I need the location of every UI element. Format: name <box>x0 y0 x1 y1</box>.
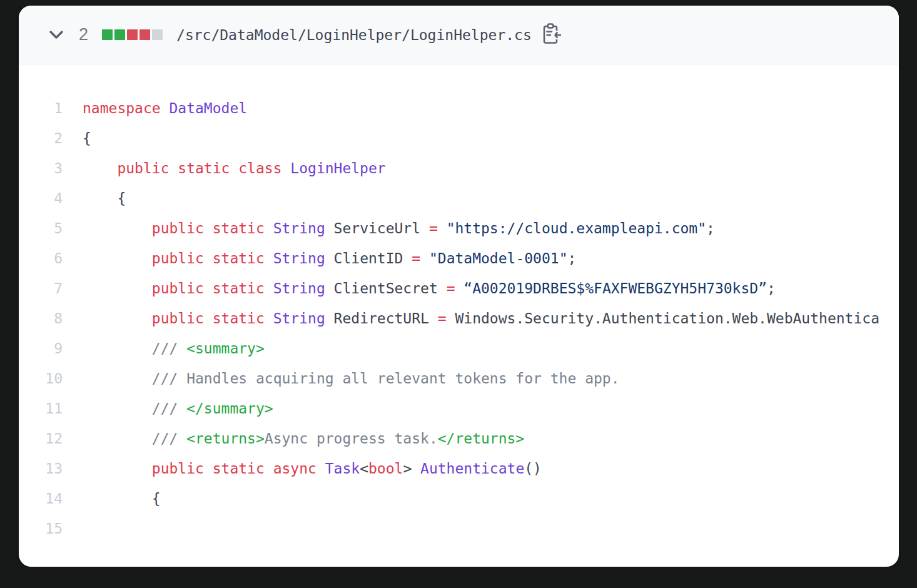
code-line: 14 { <box>19 484 899 514</box>
code-line: 3 public static class LoginHelper <box>19 153 899 183</box>
line-number: 2 <box>19 123 63 153</box>
code-line: 10 /// Handles acquiring all relevant to… <box>19 363 899 393</box>
line-number: 7 <box>19 273 63 303</box>
line-content: public static String RedirectURL = Windo… <box>83 303 899 333</box>
line-content: /// </summary> <box>83 393 899 423</box>
code-lines: 1namespace DataModel2{3 public static cl… <box>19 93 899 544</box>
line-content: public static String ClientSecret = “A00… <box>83 273 899 303</box>
code-line: 13 public static async Task<bool> Authen… <box>19 454 899 484</box>
diffstat <box>102 29 163 40</box>
diffstat-block <box>114 29 125 40</box>
code-line: 1namespace DataModel <box>19 93 899 123</box>
line-number: 4 <box>19 183 63 213</box>
diffstat-block <box>102 29 113 40</box>
clipboard-copy-icon <box>543 23 562 46</box>
line-content: /// Handles acquiring all relevant token… <box>83 363 899 393</box>
line-number: 3 <box>19 153 63 183</box>
line-content <box>83 514 899 544</box>
line-number: 13 <box>19 454 63 484</box>
line-content: public static class LoginHelper <box>83 153 899 183</box>
chevron-down-icon[interactable] <box>49 30 64 40</box>
line-content: { <box>83 183 899 213</box>
line-content: namespace DataModel <box>83 93 899 123</box>
line-number: 6 <box>19 243 63 273</box>
line-content: public static async Task<bool> Authentic… <box>83 454 899 484</box>
clipboard-copy-button[interactable] <box>542 24 563 46</box>
diffstat-block <box>152 29 163 40</box>
code-line: 15 <box>19 514 899 544</box>
line-content: /// <returns>Async progress task.</retur… <box>83 423 899 454</box>
line-content: { <box>83 123 899 153</box>
line-number: 1 <box>19 93 63 123</box>
code-line: 12 /// <returns>Async progress task.</re… <box>19 423 899 454</box>
line-number: 12 <box>19 423 63 454</box>
line-number: 10 <box>19 363 63 393</box>
diffstat-block <box>127 29 138 40</box>
line-content: public static String ServiceUrl = "https… <box>83 213 899 243</box>
line-content: public static String ClientID = "DataMod… <box>83 243 899 273</box>
diffstat-block <box>139 29 150 40</box>
file-panel-card: 2 /src/DataModel/LoginHelper/LoginHelper… <box>19 6 899 567</box>
line-content: /// <summary> <box>83 333 899 363</box>
line-number: 14 <box>19 484 63 514</box>
code-line: 7 public static String ClientSecret = “A… <box>19 273 899 303</box>
code-line: 6 public static String ClientID = "DataM… <box>19 243 899 273</box>
code-area: 1namespace DataModel2{3 public static cl… <box>19 64 899 544</box>
line-number: 8 <box>19 303 63 333</box>
file-path: /src/DataModel/LoginHelper/LoginHelper.c… <box>176 27 532 43</box>
code-line: 5 public static String ServiceUrl = "htt… <box>19 213 899 243</box>
code-line: 9 /// <summary> <box>19 333 899 363</box>
line-number: 9 <box>19 333 63 363</box>
line-number: 11 <box>19 393 63 423</box>
code-line: 11 /// </summary> <box>19 393 899 423</box>
code-line: 2{ <box>19 123 899 153</box>
line-content: { <box>83 484 899 514</box>
file-header[interactable]: 2 /src/DataModel/LoginHelper/LoginHelper… <box>19 6 899 64</box>
code-line: 8 public static String RedirectURL = Win… <box>19 303 899 333</box>
line-number: 15 <box>19 514 63 544</box>
code-line: 4 { <box>19 183 899 213</box>
comment-count: 2 <box>79 25 88 44</box>
line-number: 5 <box>19 213 63 243</box>
